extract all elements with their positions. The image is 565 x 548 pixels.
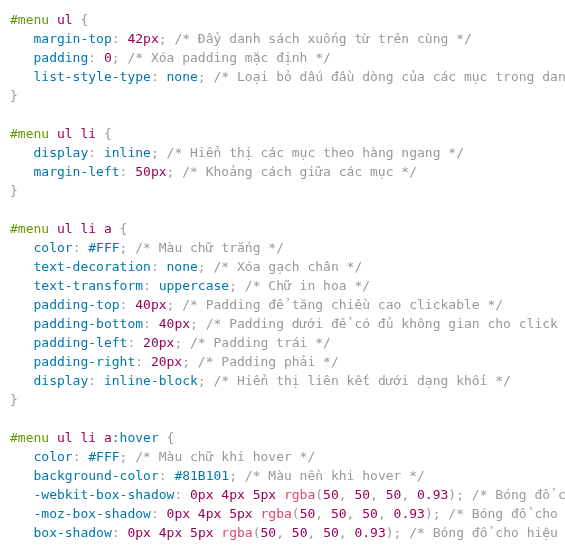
declaration-line: color: #FFF; /* Màu chữ trắng */: [10, 238, 555, 257]
declaration-line: color: #FFF; /* Màu chữ khi hover */: [10, 447, 555, 466]
selector-line: #menu ul li a {: [10, 219, 555, 238]
declaration-line: padding: 0; /* Xóa padding mặc định */: [10, 48, 555, 67]
declaration-line: display: inline-block; /* Hiển thị liên …: [10, 371, 555, 390]
declaration-line: padding-left: 20px; /* Padding trái */: [10, 333, 555, 352]
selector-line: #menu ul li a:hover {: [10, 428, 555, 447]
close-brace: }: [10, 86, 555, 105]
close-brace: }: [10, 390, 555, 409]
declaration-line: text-transform: uppercase; /* Chữ in hoa…: [10, 276, 555, 295]
declaration-line: text-decoration: none; /* Xóa gạch chân …: [10, 257, 555, 276]
declaration-line: list-style-type: none; /* Loại bỏ dấu đầ…: [10, 67, 555, 86]
css-code-block: #menu ul { margin-top: 42px; /* Đẩy danh…: [10, 10, 555, 542]
selector-line: #menu ul {: [10, 10, 555, 29]
declaration-line: padding-top: 40px; /* Padding để tăng ch…: [10, 295, 555, 314]
declaration-line: -webkit-box-shadow: 0px 4px 5px rgba(50,…: [10, 485, 555, 504]
declaration-line: padding-right: 20px; /* Padding phải */: [10, 352, 555, 371]
declaration-line: -moz-box-shadow: 0px 4px 5px rgba(50, 50…: [10, 504, 555, 523]
declaration-line: box-shadow: 0px 4px 5px rgba(50, 50, 50,…: [10, 523, 555, 542]
declaration-line: padding-bottom: 40px; /* Padding dưới để…: [10, 314, 555, 333]
declaration-line: background-color: #81B101; /* Màu nền kh…: [10, 466, 555, 485]
declaration-line: margin-left: 50px; /* Khoảng cách giữa c…: [10, 162, 555, 181]
declaration-line: margin-top: 42px; /* Đẩy danh sách xuống…: [10, 29, 555, 48]
close-brace: }: [10, 181, 555, 200]
selector-line: #menu ul li {: [10, 124, 555, 143]
declaration-line: display: inline; /* Hiển thị các mục the…: [10, 143, 555, 162]
